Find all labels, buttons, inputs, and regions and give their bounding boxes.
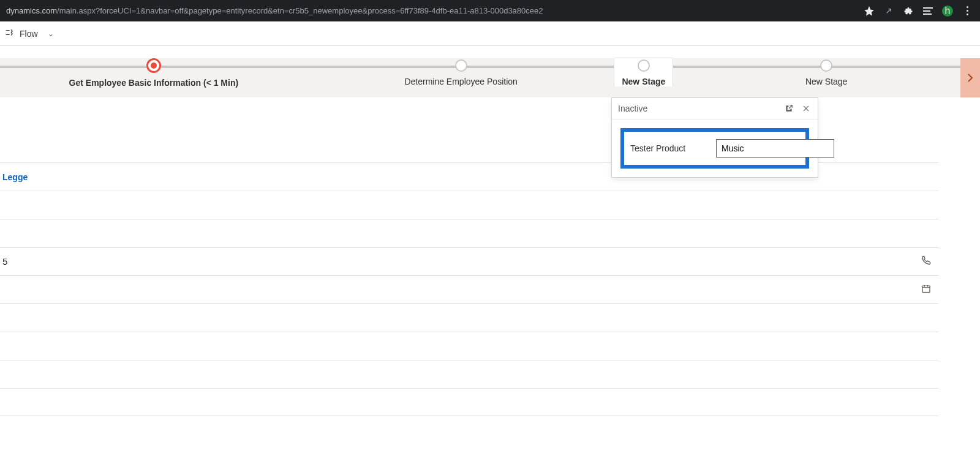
process-stage-3[interactable]: New Stage [614,58,673,86]
employee-lookup-link[interactable]: Legge [2,172,28,182]
profile-avatar[interactable]: h [942,6,953,17]
stage-dot-icon [638,59,650,72]
tester-product-input[interactable] [716,139,834,158]
share-icon[interactable] [883,6,894,17]
field-label: Tester Product [630,143,710,153]
process-stage-2[interactable]: Determine Employee Position [307,58,615,86]
flow-icon [5,28,13,39]
flow-button[interactable]: Flow [20,29,38,39]
stage-label: New Stage [673,77,980,86]
flyout-header: Inactive [612,98,818,120]
avatar-letter: h [945,6,951,17]
process-stage-1[interactable]: Get Employee Basic Information (< 1 Min) [0,58,307,88]
form-area: Legge 5 [0,134,980,416]
reading-list-icon[interactable] [922,6,933,17]
browser-url[interactable]: dynamics.com/main.aspx?forceUCI=1&navbar… [5,6,864,15]
tester-product-field: Tester Product [620,128,809,169]
star-icon[interactable] [864,6,875,17]
form-row[interactable] [0,303,938,332]
extensions-icon[interactable] [903,6,914,17]
url-domain: dynamics.com [6,6,57,15]
form-row[interactable] [0,388,938,416]
popout-icon[interactable] [783,103,794,114]
form-row-phone[interactable]: 5 [0,247,938,275]
close-icon[interactable] [801,103,812,114]
flyout-status: Inactive [618,104,647,113]
process-flow: Get Employee Basic Information (< 1 Min)… [0,58,980,97]
stage-label: New Stage [622,77,665,86]
stage-flyout: Inactive Tester Product [611,97,818,178]
svg-rect-0 [922,286,930,292]
form-row[interactable] [0,191,938,219]
form-row-date[interactable] [0,275,938,303]
browser-menu-icon[interactable] [962,6,973,17]
form-row[interactable] [0,360,938,388]
phone-value: 5 [2,256,7,267]
process-stage-4[interactable]: New Stage [673,58,980,86]
command-bar: Flow ⌄ [0,21,980,46]
phone-icon[interactable] [921,256,931,268]
stage-label: Get Employee Basic Information (< 1 Min) [0,78,307,88]
flyout-body: Tester Product [612,120,818,177]
url-path: /main.aspx?forceUCI=1&navbar=off&pagetyp… [57,6,543,15]
stage-dot-active-icon [146,58,161,73]
process-next-button[interactable] [960,58,980,97]
form-row[interactable] [0,219,938,247]
calendar-icon[interactable] [921,284,931,296]
stage-dot-icon [820,59,832,72]
stage-label: Determine Employee Position [307,77,615,86]
form-row[interactable] [0,332,938,360]
stage-dot-icon [455,59,467,72]
browser-bar: dynamics.com/main.aspx?forceUCI=1&navbar… [0,0,980,21]
chevron-down-icon[interactable]: ⌄ [48,29,54,38]
